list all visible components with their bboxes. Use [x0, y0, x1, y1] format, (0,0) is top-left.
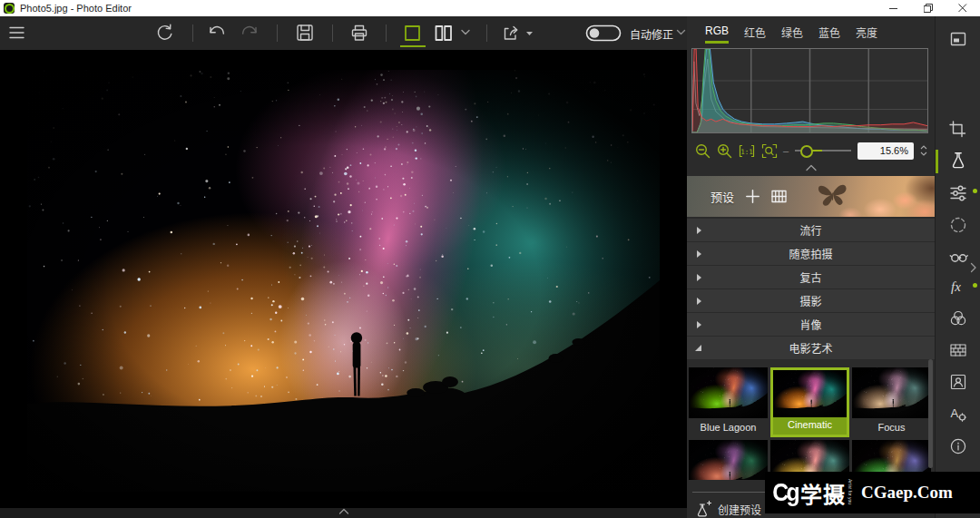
- reset-icon[interactable]: [154, 23, 175, 44]
- presets-title: 预设: [710, 188, 734, 205]
- collapsed-arrow-icon: [697, 321, 701, 328]
- info-icon[interactable]: [948, 436, 968, 456]
- histogram-tabs: RGB 红色 绿色 蓝色 亮度: [687, 16, 935, 44]
- separator: [192, 24, 193, 42]
- auto-correct-toggle[interactable]: [585, 24, 622, 42]
- adjustments-modified-dot: [973, 189, 977, 193]
- svg-text:1:1: 1:1: [740, 147, 753, 155]
- panel-scrollbar[interactable]: [928, 359, 933, 468]
- adjustments-icon[interactable]: [948, 183, 968, 203]
- zoom-out-icon[interactable]: [694, 142, 711, 160]
- zoom-spinner[interactable]: [920, 145, 927, 156]
- fit-screen-icon[interactable]: [760, 142, 779, 160]
- actual-size-1-1-icon[interactable]: 1:1: [738, 142, 756, 160]
- photo-canvas[interactable]: [0, 50, 687, 518]
- compare-view-icon[interactable]: [433, 23, 455, 44]
- auto-correct-label: 自动修正: [630, 26, 673, 42]
- zoom-in-icon[interactable]: [716, 142, 733, 160]
- flask-plus-icon: [694, 501, 711, 518]
- expanded-arrow-icon: [695, 345, 701, 351]
- share-icon[interactable]: [501, 23, 524, 44]
- tools-rail: fx A: [935, 16, 980, 518]
- collapsed-arrow-icon: [697, 298, 701, 305]
- collapsed-arrow-icon: [697, 250, 701, 258]
- category-popular[interactable]: 流行: [687, 219, 935, 242]
- category-portrait[interactable]: 肖像: [687, 313, 935, 337]
- crop-icon[interactable]: [948, 120, 968, 140]
- tab-blue[interactable]: 蓝色: [818, 24, 840, 44]
- histogram-chart: [691, 48, 928, 133]
- tab-luminance[interactable]: 亮度: [856, 24, 877, 44]
- active-view-underline: [400, 45, 426, 47]
- preset-blue-lagoon[interactable]: Blue Lagoon: [689, 367, 768, 437]
- slider-min-dash: –: [783, 145, 789, 156]
- auto-correct-dropdown-chevron-icon[interactable]: [676, 29, 686, 36]
- app-window: 自动修正 RGB 红色 绿色 蓝色 亮度 1:1 –: [0, 16, 980, 518]
- window-controls: [877, 0, 980, 16]
- expand-filmstrip-chevron-icon[interactable]: [338, 508, 349, 514]
- zoom-value: 15.6%: [880, 145, 908, 156]
- selection-icon[interactable]: [948, 215, 968, 235]
- collapse-panel-chevron-icon[interactable]: [970, 262, 977, 273]
- presets-flask-icon[interactable]: [948, 151, 968, 171]
- close-button[interactable]: [946, 0, 980, 16]
- effects-modified-dot: [973, 283, 977, 288]
- single-view-icon[interactable]: [402, 23, 424, 44]
- spinner-up-icon[interactable]: [920, 145, 927, 150]
- watermark-brand: 学摄: [800, 477, 846, 509]
- watermark-site: CGaep.Com: [861, 483, 953, 503]
- category-cinematic-art[interactable]: 电影艺术: [687, 337, 935, 360]
- text-tool-icon[interactable]: A: [948, 404, 968, 424]
- preset-cinematic-selected[interactable]: Cinematic: [770, 367, 849, 437]
- filmstrip-toggle-strip[interactable]: [0, 508, 687, 518]
- color-mixer-icon[interactable]: [948, 308, 968, 328]
- zoom-value-field[interactable]: 15.6%: [858, 142, 914, 160]
- view-dropdown-chevron-icon[interactable]: [460, 29, 471, 36]
- save-icon[interactable]: [295, 23, 316, 44]
- watermark-logo: Cg: [772, 479, 798, 507]
- category-casual[interactable]: 随意拍摄: [687, 242, 935, 266]
- zoom-slider-knob[interactable]: [800, 145, 813, 158]
- undo-icon[interactable]: [207, 23, 229, 44]
- minimize-button[interactable]: [877, 0, 911, 16]
- add-preset-icon[interactable]: [746, 190, 760, 203]
- preset-focus[interactable]: Focus: [852, 367, 931, 437]
- collapsed-arrow-icon: [697, 274, 701, 281]
- separator: [277, 24, 278, 42]
- watermark-banner: Cg 学摄 Artist for you CGaep.Com: [765, 472, 980, 513]
- zoom-slider[interactable]: [795, 144, 851, 157]
- effects-fx-icon[interactable]: fx: [948, 277, 968, 297]
- restore-button[interactable]: [911, 0, 946, 16]
- right-panel: RGB 红色 绿色 蓝色 亮度 1:1 – 15.6%: [687, 16, 935, 518]
- spinner-down-icon[interactable]: [920, 151, 927, 156]
- retouch-icon[interactable]: [948, 248, 970, 268]
- preset-categories: 流行 随意拍摄 复古 摄影 肖像 电影艺术: [687, 219, 935, 360]
- redo-icon[interactable]: [238, 23, 260, 44]
- separator: [486, 24, 487, 42]
- menu-icon[interactable]: [9, 25, 25, 40]
- svg-text:fx: fx: [951, 279, 961, 294]
- share-dropdown-caret-icon[interactable]: [526, 31, 534, 36]
- portrait-icon[interactable]: [948, 372, 968, 392]
- category-photography[interactable]: 摄影: [687, 289, 935, 313]
- zoom-controls: 1:1 – 15.6%: [694, 140, 927, 161]
- photo-image: [27, 70, 660, 492]
- active-tool-indicator: [936, 150, 938, 173]
- preset-thumbnails-row1: Blue Lagoon Cinematic Focus: [689, 367, 935, 437]
- grid-view-icon[interactable]: [771, 190, 787, 203]
- tab-red[interactable]: 红色: [744, 24, 766, 44]
- butterfly-decoration: [816, 180, 850, 210]
- float-panel-icon[interactable]: [948, 29, 968, 49]
- tab-rgb[interactable]: RGB: [705, 24, 729, 44]
- tab-green[interactable]: 绿色: [781, 24, 803, 44]
- titlebar: Photo5.jpg - Photo Editor: [0, 0, 980, 16]
- watermark-tagline: Artist for you: [848, 479, 852, 506]
- frames-icon[interactable]: [948, 340, 968, 360]
- preset-thumbnail[interactable]: [689, 440, 768, 480]
- collapse-histogram-chevron-icon[interactable]: [687, 164, 935, 172]
- category-retro[interactable]: 复古: [687, 266, 935, 289]
- main-toolbar: 自动修正: [0, 16, 687, 51]
- window-title: Photo5.jpg - Photo Editor: [20, 3, 132, 14]
- print-icon[interactable]: [349, 23, 370, 44]
- app-logo-icon: [4, 3, 15, 14]
